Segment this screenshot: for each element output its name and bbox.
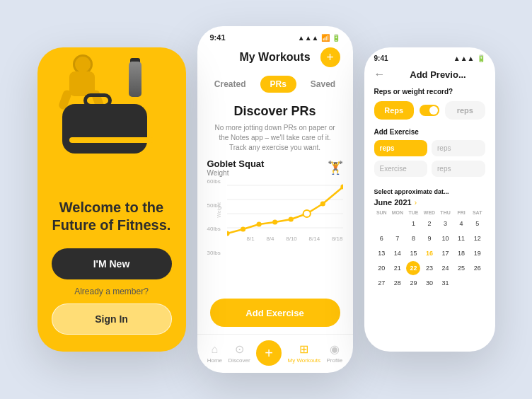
cal-day-10[interactable]: 10	[439, 231, 453, 245]
cal-day-31[interactable]: 31	[439, 276, 453, 290]
back-button[interactable]: ←	[374, 68, 386, 81]
cal-header-tue: TUE	[406, 209, 422, 216]
ex-field-exercise[interactable]: Exercise	[374, 161, 428, 177]
cal-day-4[interactable]: 4	[454, 216, 468, 231]
cal-day-17[interactable]: 17	[439, 246, 453, 260]
cal-day-24[interactable]: 24	[439, 261, 453, 275]
cal-empty	[454, 276, 468, 290]
workouts-icon: ⊞	[299, 342, 308, 356]
cal-day-2[interactable]: 2	[422, 216, 436, 231]
bag-body	[62, 104, 147, 154]
workouts-tabs: Created PRs Saved	[197, 73, 353, 100]
bottle	[129, 62, 141, 97]
nav-add-button[interactable]: +	[256, 340, 282, 366]
nav-discover-label: Discover	[229, 357, 250, 364]
toggle-knob	[429, 106, 438, 115]
already-member-link[interactable]: Already a member?	[74, 287, 149, 296]
cal-day-16[interactable]: 16	[422, 246, 436, 260]
status-bar-3: 9:41 ▲▲▲🔋	[364, 47, 495, 65]
chart-xaxis: 8/1 8/4 8/10 8/14 8/18	[247, 236, 343, 242]
date-title: Select approximate dat...	[374, 188, 485, 195]
cal-day-3[interactable]: 3	[439, 216, 453, 231]
tab-prs[interactable]: PRs	[260, 76, 296, 93]
discover-prs-title: Discover PRs	[210, 104, 340, 119]
cal-header-sun: SUN	[374, 209, 390, 216]
toggle-weight[interactable]: reps	[445, 101, 485, 120]
cal-day-12[interactable]: 12	[470, 231, 485, 245]
cal-day-21[interactable]: 21	[391, 261, 405, 275]
sign-in-button[interactable]: Sign In	[52, 303, 172, 335]
welcome-title: Welcome to the Future of Fitness.	[52, 199, 171, 234]
svg-point-7	[272, 220, 277, 225]
cal-day-27[interactable]: 27	[374, 276, 388, 290]
nav-my-workouts[interactable]: ⊞ My Workouts	[288, 342, 321, 364]
nav-discover[interactable]: ⊙ Discover	[229, 342, 250, 364]
svg-point-10	[320, 202, 325, 207]
bag-stripe	[69, 137, 154, 143]
reps-weight-label: Reps or weight record?	[364, 85, 495, 98]
workouts-title: My Workouts	[230, 51, 320, 64]
cal-day-1[interactable]: 1	[406, 216, 420, 231]
cal-day-11[interactable]: 11	[454, 231, 468, 245]
cal-day-9[interactable]: 9	[422, 231, 436, 245]
cal-day-8[interactable]: 8	[406, 231, 420, 245]
goblet-squat-chart: Goblet Squat Weight 🏋 60lbs 50lbs 40lbs …	[197, 158, 353, 293]
cal-day-25[interactable]: 25	[454, 261, 468, 275]
exercise-row-1: reps reps	[374, 140, 485, 156]
tab-saved[interactable]: Saved	[301, 76, 345, 93]
cal-day-19[interactable]: 19	[470, 246, 485, 260]
status-time: 9:41	[210, 33, 226, 42]
svg-point-5	[240, 227, 245, 232]
cal-header-mon: MON	[390, 209, 405, 216]
add-exercise-section: Add Exercise reps reps Exercise reps	[364, 125, 495, 185]
cal-empty	[391, 216, 405, 231]
profile-icon: ◉	[330, 342, 340, 356]
page-title-3: Add Previo...	[391, 69, 485, 80]
cal-day-15[interactable]: 15	[406, 246, 420, 260]
cal-header-wed: WED	[422, 209, 437, 216]
toggle-reps[interactable]: Reps	[374, 101, 415, 120]
cal-day-30[interactable]: 30	[422, 276, 436, 290]
discover-prs-desc: No more jotting down PRs on paper or the…	[210, 123, 340, 153]
cal-day-22[interactable]: 22	[406, 261, 420, 275]
calendar-month: June 2021	[374, 198, 412, 207]
cal-day-14[interactable]: 14	[391, 246, 405, 260]
nav-workouts-label: My Workouts	[288, 357, 321, 364]
cal-day-28[interactable]: 28	[391, 276, 405, 290]
cal-empty	[470, 276, 485, 290]
svg-point-4	[227, 231, 230, 236]
calendar-next-arrow[interactable]: ›	[415, 199, 417, 207]
exercise-icon: 🏋	[328, 160, 343, 175]
calendar-header: June 2021 ›	[374, 198, 485, 207]
exercise-type: Weight	[207, 169, 265, 177]
cal-day-6[interactable]: 6	[374, 231, 388, 245]
cal-day-13[interactable]: 13	[374, 246, 388, 260]
add-exercise-button[interactable]: Add Exercise	[210, 299, 340, 327]
cal-day-5[interactable]: 5	[470, 216, 485, 231]
cal-day-26[interactable]: 26	[470, 261, 485, 275]
home-icon: ⌂	[212, 343, 219, 356]
cal-day-20[interactable]: 20	[374, 261, 388, 275]
cal-day-23[interactable]: 23	[422, 261, 436, 275]
nav-home-label: Home	[207, 357, 222, 364]
add-workout-button[interactable]: +	[320, 47, 340, 67]
chart-ylabel: Weight	[216, 202, 221, 218]
workouts-header: My Workouts +	[197, 45, 353, 73]
status-icons-3: ▲▲▲🔋	[453, 54, 485, 62]
cal-day-29[interactable]: 29	[406, 276, 420, 290]
cal-day-18[interactable]: 18	[454, 246, 468, 260]
cal-day-7[interactable]: 7	[391, 231, 405, 245]
topbar-3: ← Add Previo...	[364, 65, 495, 85]
im-new-button[interactable]: I'M New	[52, 248, 172, 279]
svg-point-9	[303, 210, 310, 217]
nav-home[interactable]: ⌂ Home	[207, 343, 222, 364]
phone-workouts: 9:41 ▲▲▲📶🔋 My Workouts + Created PRs Sav…	[197, 26, 353, 373]
ex-field-reps[interactable]: reps	[374, 140, 428, 156]
ex-field-reps-2[interactable]: reps	[432, 140, 485, 156]
nav-profile-label: Profile	[327, 357, 343, 364]
nav-profile[interactable]: ◉ Profile	[327, 342, 343, 364]
cal-empty	[374, 216, 388, 231]
toggle-switch[interactable]	[420, 105, 439, 116]
tab-created[interactable]: Created	[204, 76, 256, 93]
ex-field-reps-3[interactable]: reps	[432, 161, 485, 177]
